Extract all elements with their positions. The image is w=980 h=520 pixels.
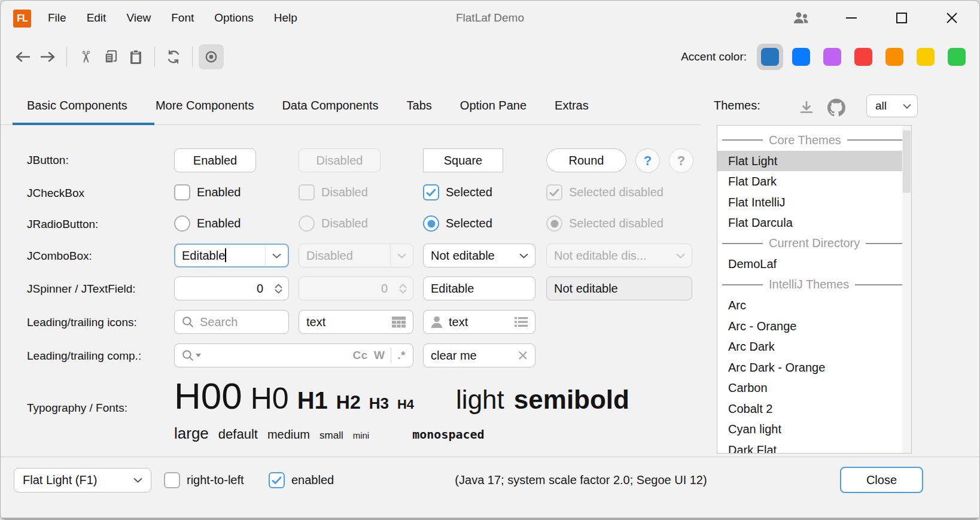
theme-item-arc-orange[interactable]: Arc - Orange (717, 316, 911, 337)
h0-sample: H0 (251, 381, 289, 416)
tab-data-components[interactable]: Data Components (272, 90, 388, 123)
download-icon[interactable] (796, 98, 817, 118)
spinner-value[interactable]: 0 (175, 282, 268, 296)
search-icon (182, 316, 194, 328)
forward-icon[interactable] (35, 44, 60, 69)
theme-group-separator: Current Directory (717, 233, 911, 254)
not-editable-textfield: Not editable (546, 276, 692, 300)
menu-edit[interactable]: Edit (77, 11, 117, 25)
combobox-value: Disabled (306, 249, 390, 263)
theme-item-flat-light[interactable]: Flat Light (717, 151, 911, 172)
menu-font[interactable]: Font (161, 11, 204, 25)
theme-item-flat-dark[interactable]: Flat Dark (717, 171, 911, 192)
combobox-value: Editable (182, 249, 225, 262)
enabled-checkbox[interactable]: enabled (269, 472, 334, 488)
chevron-down-icon (903, 104, 917, 109)
clearable-field[interactable]: clear me (423, 343, 535, 367)
spinner[interactable]: 0 (174, 276, 289, 300)
maximize-button[interactable] (876, 1, 927, 35)
tab-extras[interactable]: Extras (544, 90, 599, 123)
rtl-checkbox[interactable]: right-to-left (164, 472, 244, 488)
theme-item-demolaf[interactable]: DemoLaf (717, 254, 911, 275)
enabled-button[interactable]: Enabled (174, 148, 256, 172)
theme-item-flat-intellij[interactable]: Flat IntelliJ (717, 192, 911, 213)
radio-label: Disabled (321, 217, 368, 230)
menu-help[interactable]: Help (264, 11, 308, 25)
spinner-arrows[interactable] (268, 277, 288, 300)
tab-option-pane[interactable]: Option Pane (450, 90, 537, 123)
light-sample: light (456, 385, 504, 415)
accent-swatch-blue[interactable] (792, 48, 810, 66)
theme-item-cyan-light[interactable]: Cyan light (717, 419, 911, 440)
clear-icon[interactable] (518, 351, 528, 360)
tab-more-components[interactable]: More Components (145, 90, 264, 123)
theme-group-separator: IntelliJ Themes (717, 275, 911, 296)
menu-view[interactable]: View (116, 11, 161, 25)
text-field-leading-user[interactable]: text (423, 310, 535, 334)
paste-icon[interactable] (123, 44, 148, 69)
match-case-button[interactable]: Cc (353, 349, 368, 362)
radio-selected[interactable]: Selected (423, 215, 492, 232)
theme-item-cobalt-2[interactable]: Cobalt 2 (717, 399, 911, 419)
cut-icon[interactable]: ✂ (73, 44, 98, 69)
github-icon[interactable] (826, 98, 847, 118)
accent-swatch-yellow[interactable] (917, 48, 935, 66)
checkbox-enabled[interactable]: Enabled (174, 184, 241, 200)
jspinner-row-label: JSpinner / JTextField: (27, 282, 136, 296)
checkbox-checked-icon (546, 184, 562, 200)
whole-word-button[interactable]: W (374, 349, 385, 362)
checkbox-checked-icon (269, 472, 285, 488)
accent-swatch-red[interactable] (854, 48, 872, 66)
accent-swatch-green[interactable] (948, 48, 966, 66)
editable-combobox[interactable]: Editable (174, 244, 289, 267)
round-button[interactable]: Round (546, 148, 626, 172)
eye-icon[interactable] (199, 44, 224, 69)
mini-sample: mini (353, 430, 370, 440)
back-icon[interactable] (10, 44, 35, 69)
refresh-icon[interactable] (161, 44, 186, 69)
close-window-button[interactable] (927, 1, 977, 35)
search-field[interactable]: Search (174, 310, 289, 334)
editable-textfield[interactable]: Editable (423, 276, 535, 300)
theme-filter-combobox[interactable]: all (866, 95, 918, 117)
menu-options[interactable]: Options (204, 11, 263, 25)
accent-color-label: Accent color: (681, 50, 747, 63)
themes-scrollbar-thumb[interactable] (903, 130, 911, 193)
regex-button[interactable]: .* (397, 349, 406, 362)
minimize-button[interactable] (826, 1, 876, 35)
users-icon[interactable] (776, 1, 826, 35)
checkbox-selected[interactable]: Selected (423, 184, 492, 200)
search-with-options-field[interactable]: Cc W .* (174, 343, 413, 367)
text-field-trailing-table[interactable]: text (299, 310, 413, 334)
accent-swatch-purple[interactable] (823, 48, 841, 66)
chevron-down-icon[interactable] (513, 244, 535, 267)
accent-swatch-orange[interactable] (885, 48, 903, 66)
theme-item-carbon[interactable]: Carbon (717, 378, 911, 399)
typography-headers: H00 H0 H1 H2 H3 H4 light semibold (174, 375, 629, 417)
radio-enabled[interactable]: Enabled (174, 215, 241, 232)
theme-item-arc[interactable]: Arc (717, 295, 911, 316)
help-button-disabled: ? (669, 148, 693, 173)
copy-icon[interactable] (98, 44, 123, 69)
theme-item-arc-dark[interactable]: Arc Dark (717, 336, 911, 357)
accent-swatch-blue-dark[interactable] (761, 48, 779, 66)
chevron-down-icon (669, 244, 692, 267)
theme-item-flat-darcula[interactable]: Flat Darcula (717, 212, 911, 233)
theme-item-dark-flat[interactable]: Dark Flat (717, 440, 911, 454)
laf-combobox[interactable]: Flat Light (F1) (14, 468, 151, 492)
help-button[interactable]: ? (635, 148, 660, 173)
themes-scrollbar[interactable] (902, 126, 911, 453)
h4-sample: H4 (397, 397, 414, 412)
theme-item-arc-dark-orange[interactable]: Arc Dark - Orange (717, 357, 911, 378)
search-dropdown-icon[interactable] (182, 349, 201, 361)
chevron-down-icon[interactable] (266, 245, 288, 266)
large-sample: large (174, 424, 209, 443)
close-button[interactable]: Close (840, 467, 923, 493)
main-tab-bar: Basic Components More Components Data Co… (1, 90, 701, 125)
radio-label: Selected disabled (569, 217, 664, 230)
tab-tabs[interactable]: Tabs (397, 90, 442, 123)
tab-basic-components[interactable]: Basic Components (17, 90, 138, 123)
not-editable-combobox[interactable]: Not editable (423, 244, 535, 267)
menu-file[interactable]: File (38, 11, 77, 25)
square-button[interactable]: Square (423, 148, 503, 172)
